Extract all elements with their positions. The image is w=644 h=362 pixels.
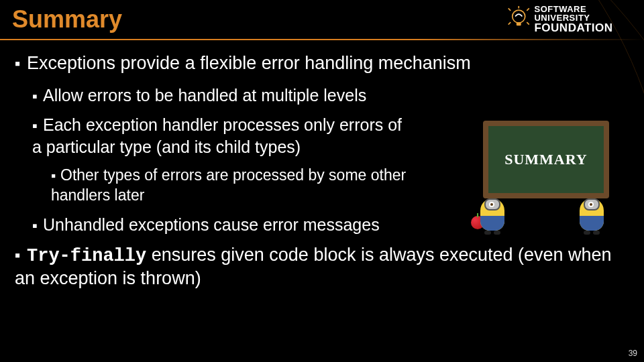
logo-line2: FOUNDATION xyxy=(534,22,635,34)
summary-illustration: SUMMARY xyxy=(471,121,612,235)
lightbulb-icon xyxy=(507,6,530,32)
chalkboard-text: SUMMARY xyxy=(504,151,588,168)
bullet-text: Exceptions provide a flexible error hand… xyxy=(27,53,471,73)
bullet-level3: ▪Other types of errors are processed by … xyxy=(51,166,427,206)
bullet-marker: ▪ xyxy=(15,54,27,74)
bullet-text: Allow errors to be handled at multiple l… xyxy=(43,86,366,105)
svg-rect-1 xyxy=(517,22,521,25)
bullet-marker: ▪ xyxy=(32,116,43,135)
minion-icon xyxy=(578,194,605,235)
svg-point-0 xyxy=(513,10,525,23)
slide: Summary SOFTWARE UNIVERSITY FOUNDATION ▪… xyxy=(0,0,644,362)
bullet-level1: ▪Exceptions provide a flexible error han… xyxy=(15,52,629,75)
bullet-marker: ▪ xyxy=(32,216,43,235)
bullet-text: Unhandled exceptions cause error message… xyxy=(43,215,380,234)
bullet-marker: ▪ xyxy=(32,86,43,106)
page-number: 39 xyxy=(629,349,637,358)
bullet-text: Each exception handler processes only er… xyxy=(32,115,402,156)
logo-line1: SOFTWARE UNIVERSITY xyxy=(534,5,635,22)
bullet-level1: ▪Try-finally ensures given code block is… xyxy=(15,244,629,291)
bullet-text: Other types of errors are processed by s… xyxy=(51,166,406,204)
minion-icon xyxy=(479,194,506,235)
bullet-marker: ▪ xyxy=(51,167,60,185)
logo: SOFTWARE UNIVERSITY FOUNDATION xyxy=(507,4,635,34)
bullet-code: Try-finally xyxy=(27,246,146,266)
bullet-level2: ▪Allow errors to be handled at multiple … xyxy=(32,84,629,107)
bullet-level2: ▪Each exception handler processes only e… xyxy=(32,114,408,158)
title-underline xyxy=(0,39,644,40)
chalkboard: SUMMARY xyxy=(483,121,609,198)
slide-title: Summary xyxy=(12,5,122,34)
bullet-marker: ▪ xyxy=(15,245,27,265)
